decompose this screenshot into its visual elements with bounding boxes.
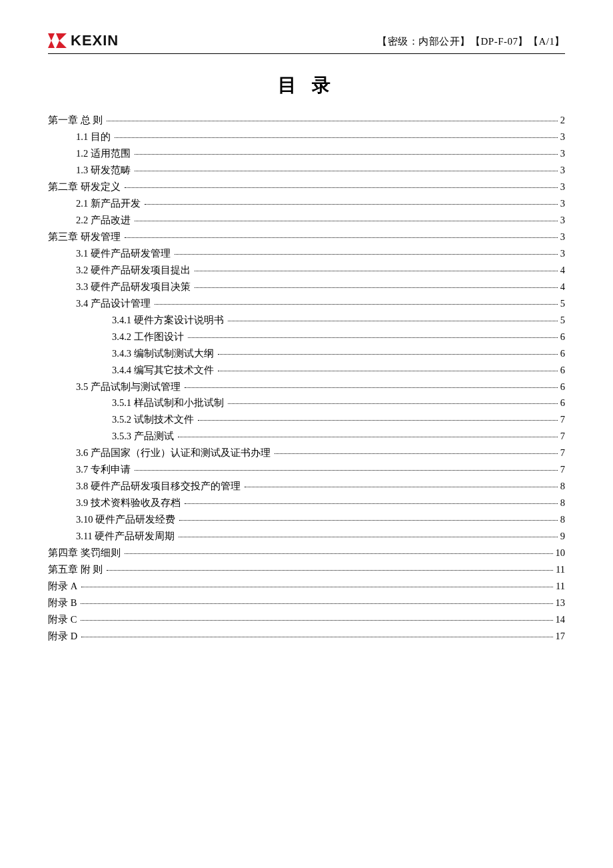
toc-entry: 附录 A11 <box>48 579 565 593</box>
toc-entry-label: 3.7 专利申请 <box>76 462 133 477</box>
toc-entry-page: 17 <box>554 629 566 643</box>
toc-entry: 附录 D17 <box>48 629 565 643</box>
toc-entry-label: 第三章 研发管理 <box>48 229 123 244</box>
toc-leader-dots <box>218 354 558 355</box>
toc-entry-page: 8 <box>559 512 565 527</box>
toc-entry-label: 3.10 硬件产品研发经费 <box>76 512 178 527</box>
toc-leader-dots <box>185 387 558 388</box>
toc-entry-page: 5 <box>559 296 565 311</box>
toc-leader-dots <box>179 537 557 537</box>
toc-leader-dots <box>135 470 558 471</box>
toc-entry-label: 第五章 附 则 <box>48 562 105 577</box>
toc-entry-label: 附录 D <box>48 629 80 643</box>
toc-entry: 3.11 硬件产品研发周期9 <box>48 529 565 543</box>
toc-leader-dots <box>185 503 558 504</box>
toc-leader-dots <box>218 371 558 371</box>
toc-entry-page: 7 <box>559 412 565 427</box>
toc-entry: 3.5.2 试制技术文件7 <box>48 412 565 427</box>
toc-entry-label: 3.5 产品试制与测试管理 <box>76 379 183 394</box>
toc-entry-page: 2 <box>559 113 565 127</box>
toc-entry-page: 3 <box>559 163 565 177</box>
toc-leader-dots <box>188 337 558 338</box>
toc-leader-dots <box>155 304 558 305</box>
toc-entry: 3.1 硬件产品研发管理3 <box>48 246 565 261</box>
toc-entry-label: 3.5.2 试制技术文件 <box>112 412 197 427</box>
toc-leader-dots <box>135 171 558 171</box>
toc-entry-label: 3.4.1 硬件方案设计说明书 <box>112 313 227 327</box>
toc-entry: 3.5.3 产品测试7 <box>48 429 565 443</box>
toc-entry: 3.6 产品国家（行业）认证和测试及证书办理7 <box>48 445 565 460</box>
svg-marker-3 <box>56 41 67 48</box>
toc-entry: 2.2 产品改进3 <box>48 213 565 227</box>
svg-marker-2 <box>56 33 67 41</box>
toc-entry-page: 8 <box>559 495 565 510</box>
toc-entry-label: 3.5.1 样品试制和小批试制 <box>112 395 227 410</box>
toc-leader-dots <box>135 221 558 221</box>
toc-entry-label: 3.3 硬件产品研发项目决策 <box>76 279 193 294</box>
toc-entry: 1.2 适用范围3 <box>48 146 565 161</box>
toc-leader-dots <box>195 287 558 288</box>
toc-leader-dots <box>81 620 552 621</box>
toc-entry: 第五章 附 则11 <box>48 562 565 577</box>
toc-entry-label: 3.11 硬件产品研发周期 <box>76 529 177 543</box>
toc-leader-dots <box>175 254 558 255</box>
toc-entry-label: 附录 C <box>48 612 79 627</box>
logo-icon <box>48 33 67 48</box>
toc-entry-page: 5 <box>559 313 565 327</box>
toc-leader-dots <box>195 271 558 271</box>
document-page: KEXIN 【密级：内部公开】【DP-F-07】【A/1】 目 录 第一章 总 … <box>0 0 613 685</box>
toc-leader-dots <box>228 321 558 321</box>
toc-entry-page: 7 <box>559 429 565 443</box>
toc-entry: 3.7 专利申请7 <box>48 462 565 477</box>
toc-entry: 第四章 奖罚细则10 <box>48 545 565 560</box>
toc-entry-page: 6 <box>559 395 565 410</box>
toc-entry-page: 13 <box>554 595 566 610</box>
toc-entry: 3.5 产品试制与测试管理6 <box>48 379 565 394</box>
toc-leader-dots <box>275 453 558 454</box>
toc-entry-page: 3 <box>559 196 565 211</box>
toc-leader-dots <box>125 553 553 554</box>
toc-entry: 3.5.1 样品试制和小批试制6 <box>48 395 565 410</box>
toc-entry-label: 1.2 适用范围 <box>76 146 133 161</box>
toc-entry-label: 附录 B <box>48 595 79 610</box>
toc-entry-label: 1.1 目的 <box>76 129 113 144</box>
logo-text: KEXIN <box>71 32 119 49</box>
toc-leader-dots <box>135 154 558 155</box>
toc-leader-dots <box>115 137 558 138</box>
toc-entry: 第一章 总 则2 <box>48 113 565 127</box>
toc-entry-label: 2.1 新产品开发 <box>76 196 143 211</box>
toc-entry-label: 第一章 总 则 <box>48 113 105 127</box>
toc-entry: 3.4.4 编写其它技术文件6 <box>48 363 565 377</box>
svg-marker-0 <box>48 33 55 41</box>
toc-entry-page: 6 <box>559 346 565 361</box>
toc-entry-label: 3.9 技术资料验收及存档 <box>76 495 183 510</box>
toc-entry: 3.3 硬件产品研发项目决策4 <box>48 279 565 294</box>
toc-entry: 1.1 目的3 <box>48 129 565 144</box>
toc-entry-page: 6 <box>559 363 565 377</box>
toc-entry-page: 3 <box>559 179 565 194</box>
toc-entry-page: 3 <box>559 129 565 144</box>
toc-leader-dots <box>81 603 552 604</box>
toc-entry: 3.4.1 硬件方案设计说明书5 <box>48 313 565 327</box>
table-of-contents: 第一章 总 则21.1 目的31.2 适用范围31.3 研发范畴3第二章 研发定… <box>48 113 565 644</box>
toc-leader-dots <box>107 121 558 121</box>
toc-entry-page: 9 <box>559 529 565 543</box>
toc-entry: 3.2 硬件产品研发项目提出4 <box>48 263 565 277</box>
toc-entry-label: 3.4.4 编写其它技术文件 <box>112 363 217 377</box>
page-header: KEXIN 【密级：内部公开】【DP-F-07】【A/1】 <box>48 32 565 54</box>
toc-entry-page: 4 <box>559 263 565 277</box>
toc-entry-label: 附录 A <box>48 579 80 593</box>
toc-entry: 3.8 硬件产品研发项目移交投产的管理8 <box>48 479 565 493</box>
toc-entry-label: 第四章 奖罚细则 <box>48 545 123 560</box>
header-classification: 【密级：内部公开】【DP-F-07】【A/1】 <box>377 35 565 49</box>
toc-leader-dots <box>228 403 558 404</box>
toc-entry: 3.10 硬件产品研发经费8 <box>48 512 565 527</box>
toc-entry-page: 7 <box>559 462 565 477</box>
toc-leader-dots <box>178 437 558 437</box>
toc-entry-page: 14 <box>554 612 566 627</box>
toc-leader-dots <box>125 237 558 238</box>
toc-entry-label: 3.4 产品设计管理 <box>76 296 153 311</box>
toc-entry: 3.4.2 工作图设计6 <box>48 329 565 344</box>
toc-entry-label: 3.5.3 产品测试 <box>112 429 177 443</box>
toc-entry-label: 1.3 研发范畴 <box>76 163 133 177</box>
